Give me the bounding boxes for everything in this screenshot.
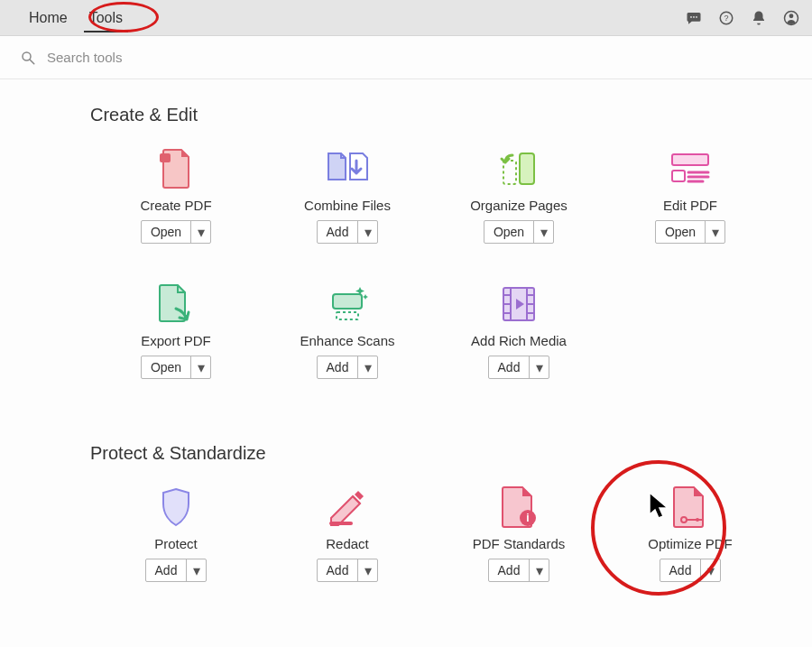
tools-grid-protect: Protect Add ▾ Redact Add ▾ i PDF Standar… bbox=[90, 480, 812, 615]
tool-label: Protect bbox=[154, 536, 198, 551]
tool-button[interactable]: Add ▾ bbox=[488, 356, 550, 379]
tool-label: Enhance Scans bbox=[300, 333, 394, 348]
chevron-down-icon[interactable]: ▾ bbox=[186, 559, 206, 581]
help-icon[interactable]: ? bbox=[718, 10, 734, 26]
svg-point-0 bbox=[690, 15, 692, 17]
export-pdf-icon bbox=[151, 281, 201, 328]
tool-redact[interactable]: Redact Add ▾ bbox=[262, 480, 433, 615]
tool-button[interactable]: Open ▾ bbox=[484, 220, 554, 244]
chevron-down-icon[interactable]: ▾ bbox=[529, 356, 549, 378]
tool-label: Optimize PDF bbox=[648, 536, 732, 551]
tool-optimize-pdf[interactable]: Optimize PDF Add ▾ bbox=[604, 480, 776, 615]
chevron-down-icon[interactable]: ▾ bbox=[705, 221, 724, 243]
tab-home[interactable]: Home bbox=[18, 0, 78, 36]
tool-button[interactable]: Open ▾ bbox=[141, 356, 211, 379]
organize-pages-icon bbox=[494, 145, 544, 192]
button-main[interactable]: Add bbox=[489, 559, 530, 581]
tools-content: Create & Edit Create PDF Open ▾ Combine … bbox=[0, 79, 812, 647]
tool-label: PDF Standards bbox=[473, 536, 566, 551]
tab-tools[interactable]: Tools bbox=[78, 0, 134, 36]
tool-export-pdf[interactable]: Export PDF Open ▾ bbox=[90, 277, 262, 412]
search-row bbox=[0, 36, 812, 79]
tool-button[interactable]: Add ▾ bbox=[317, 356, 379, 379]
tool-label: Redact bbox=[326, 536, 369, 551]
tool-button[interactable]: Add ▾ bbox=[488, 559, 550, 582]
chevron-down-icon[interactable]: ▾ bbox=[533, 221, 553, 243]
tool-button[interactable]: Add ▾ bbox=[660, 559, 722, 582]
svg-rect-17 bbox=[333, 294, 362, 309]
svg-point-2 bbox=[696, 15, 697, 17]
svg-line-8 bbox=[30, 60, 34, 64]
tool-button[interactable]: Open ▾ bbox=[655, 220, 725, 244]
chevron-down-icon[interactable]: ▾ bbox=[190, 356, 210, 378]
svg-rect-18 bbox=[337, 312, 358, 319]
search-input[interactable] bbox=[45, 49, 316, 66]
optimize-pdf-icon bbox=[665, 484, 715, 531]
tool-organize-pages[interactable]: Organize Pages Open ▾ bbox=[433, 142, 604, 277]
tool-create-pdf[interactable]: Create PDF Open ▾ bbox=[90, 142, 262, 277]
redact-icon bbox=[322, 484, 373, 531]
button-main[interactable]: Open bbox=[142, 356, 190, 378]
tool-button[interactable]: Add ▾ bbox=[145, 559, 208, 582]
tool-label: Edit PDF bbox=[663, 198, 717, 213]
search-icon bbox=[20, 50, 36, 66]
chevron-down-icon[interactable]: ▾ bbox=[357, 356, 377, 378]
svg-point-6 bbox=[789, 14, 794, 18]
svg-point-1 bbox=[693, 15, 695, 17]
chevron-down-icon[interactable]: ▾ bbox=[190, 221, 210, 243]
tool-label: Add Rich Media bbox=[471, 333, 567, 348]
chevron-down-icon[interactable]: ▾ bbox=[357, 221, 377, 243]
button-main[interactable]: Add bbox=[146, 559, 187, 581]
svg-rect-9 bbox=[160, 153, 171, 162]
button-main[interactable]: Add bbox=[318, 356, 358, 378]
protect-icon bbox=[151, 484, 201, 531]
tool-combine-files[interactable]: Combine Files Add ▾ bbox=[262, 142, 433, 277]
button-main[interactable]: Open bbox=[656, 221, 705, 243]
top-toolbar: Home Tools ? bbox=[0, 0, 812, 36]
tool-edit-pdf[interactable]: Edit PDF Open ▾ bbox=[604, 142, 776, 277]
tools-grid-create-edit: Create PDF Open ▾ Combine Files Add ▾ Or… bbox=[90, 142, 812, 412]
tool-button[interactable]: Add ▾ bbox=[317, 220, 379, 244]
tool-pdf-standards[interactable]: i PDF Standards Add ▾ bbox=[433, 480, 604, 615]
svg-text:i: i bbox=[526, 512, 529, 524]
button-main[interactable]: Open bbox=[142, 221, 190, 243]
tool-protect[interactable]: Protect Add ▾ bbox=[90, 480, 262, 615]
section-title-create-edit: Create & Edit bbox=[90, 105, 812, 125]
tool-label: Export PDF bbox=[141, 333, 211, 348]
svg-point-33 bbox=[696, 518, 699, 522]
tool-button[interactable]: Add ▾ bbox=[317, 559, 379, 582]
chevron-down-icon[interactable]: ▾ bbox=[700, 559, 720, 581]
profile-icon[interactable] bbox=[783, 10, 799, 26]
chevron-down-icon[interactable]: ▾ bbox=[529, 559, 549, 581]
create-pdf-icon bbox=[151, 145, 201, 192]
svg-rect-11 bbox=[503, 161, 516, 184]
button-main[interactable]: Add bbox=[318, 221, 358, 243]
tool-add-rich-media[interactable]: Add Rich Media Add ▾ bbox=[433, 277, 604, 412]
svg-point-7 bbox=[23, 52, 31, 60]
rich-media-icon bbox=[494, 281, 544, 328]
svg-rect-10 bbox=[520, 153, 534, 184]
chevron-down-icon[interactable]: ▾ bbox=[357, 559, 377, 581]
bell-icon[interactable] bbox=[751, 10, 767, 26]
pdf-standards-icon: i bbox=[494, 484, 544, 531]
button-main[interactable]: Add bbox=[489, 356, 530, 378]
section-title-protect: Protect & Standardize bbox=[90, 443, 812, 464]
svg-text:?: ? bbox=[724, 14, 728, 23]
tool-label: Organize Pages bbox=[470, 198, 567, 213]
chat-icon[interactable] bbox=[686, 10, 702, 26]
tool-button[interactable]: Open ▾ bbox=[141, 220, 211, 244]
svg-rect-12 bbox=[672, 154, 708, 165]
enhance-scans-icon bbox=[322, 281, 373, 328]
edit-pdf-icon bbox=[665, 145, 715, 192]
button-main[interactable]: Add bbox=[660, 559, 701, 581]
combine-files-icon bbox=[322, 145, 373, 192]
tool-enhance-scans[interactable]: Enhance Scans Add ▾ bbox=[262, 277, 433, 412]
button-main[interactable]: Add bbox=[318, 559, 358, 581]
svg-rect-13 bbox=[672, 171, 685, 181]
button-main[interactable]: Open bbox=[484, 221, 533, 243]
tool-label: Create PDF bbox=[140, 198, 211, 213]
tool-label: Combine Files bbox=[304, 198, 391, 213]
